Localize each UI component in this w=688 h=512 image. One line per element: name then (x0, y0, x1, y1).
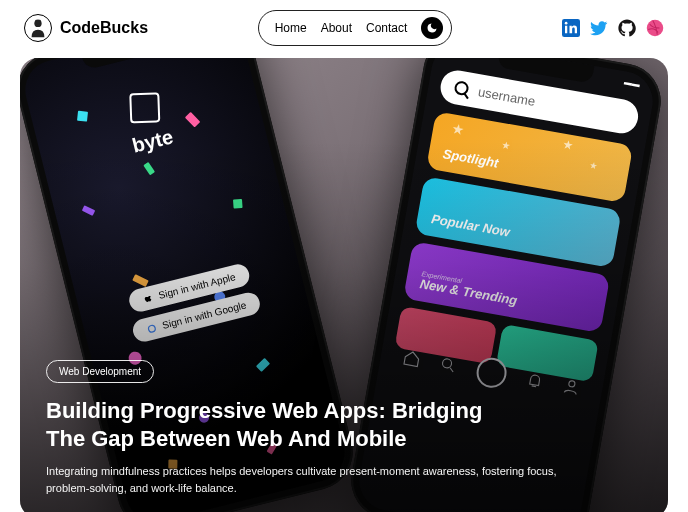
google-icon (146, 322, 158, 334)
moon-icon (426, 22, 438, 34)
card-popular: Popular Now (415, 176, 622, 268)
hero-description: Integrating mindfulness practices helps … (46, 463, 586, 496)
twitter-link[interactable] (590, 19, 608, 37)
brand[interactable]: CodeBucks (24, 14, 148, 42)
search-placeholder: username (477, 84, 537, 109)
svg-point-6 (148, 324, 156, 332)
dribbble-icon (646, 19, 664, 37)
search-bar: username (438, 68, 641, 136)
signin-google-button: Sign in with Google (131, 290, 263, 344)
hero-title[interactable]: Building Progressive Web Apps: Bridging … (46, 397, 486, 453)
linkedin-link[interactable] (562, 19, 580, 37)
github-link[interactable] (618, 19, 636, 37)
linkedin-icon (562, 19, 580, 37)
card-trending: Experimental New & Trending (403, 241, 610, 333)
card-spotlight: ★ ★ ★ ★ Spotlight (426, 111, 633, 203)
brand-name: CodeBucks (60, 19, 148, 37)
svg-rect-3 (565, 26, 567, 34)
status-icons: ▬▬ (623, 77, 640, 89)
avatar (24, 14, 52, 42)
hero-card[interactable]: byte Sign in with Apple Sign in with Goo… (20, 58, 668, 512)
status-time: 12:45 (450, 58, 472, 59)
theme-toggle-button[interactable] (421, 17, 443, 39)
twitter-icon (590, 19, 608, 37)
nav-home[interactable]: Home (275, 21, 307, 35)
dribbble-link[interactable] (646, 19, 664, 37)
social-links (562, 19, 664, 37)
nav-pill: Home About Contact (258, 10, 453, 46)
svg-rect-1 (35, 20, 41, 23)
category-tag[interactable]: Web Development (46, 360, 154, 383)
search-icon (453, 80, 469, 96)
byte-text: byte (130, 125, 175, 157)
svg-point-4 (565, 22, 568, 25)
header: CodeBucks Home About Contact (0, 0, 688, 56)
signin-apple-button: Sign in with Apple (127, 262, 252, 314)
github-icon (618, 19, 636, 37)
status-bar: 12:45 ▬▬ (450, 58, 641, 89)
byte-logo: byte (121, 88, 176, 157)
hero-content: Web Development Building Progressive Web… (46, 360, 642, 496)
avatar-person-icon (27, 17, 49, 39)
nav-about[interactable]: About (321, 21, 352, 35)
byte-icon (129, 92, 160, 123)
apple-icon (142, 292, 154, 304)
nav-contact[interactable]: Contact (366, 21, 407, 35)
